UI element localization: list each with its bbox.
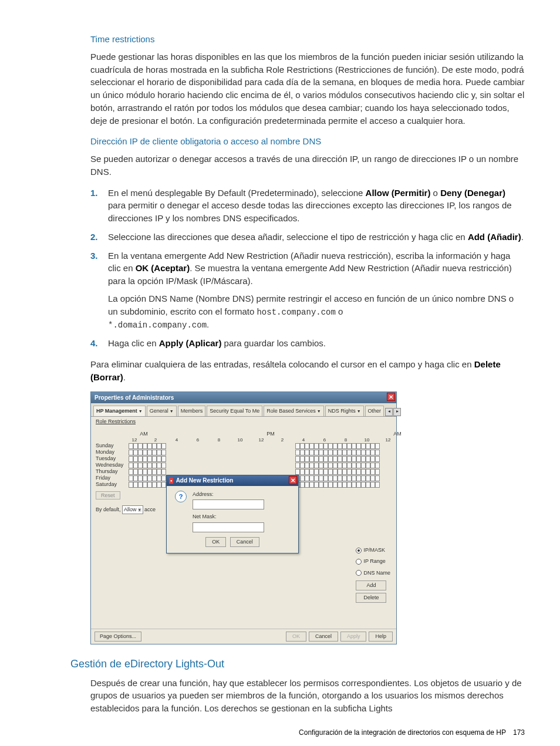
time-cell[interactable] [361, 482, 366, 488]
time-cell[interactable] [147, 469, 152, 475]
time-cell[interactable] [295, 450, 300, 455]
time-cell[interactable] [370, 450, 375, 455]
tab-role-based-services[interactable]: Role Based Services▼ [264, 406, 323, 416]
time-cell[interactable] [375, 469, 380, 475]
time-cell[interactable] [323, 463, 328, 468]
time-cell[interactable] [143, 482, 147, 488]
time-cell[interactable] [347, 475, 352, 481]
time-cell[interactable] [152, 469, 157, 475]
time-cell[interactable] [375, 482, 380, 488]
time-cell[interactable] [157, 450, 161, 455]
subtab-role-restrictions[interactable]: Role Restrictions [91, 417, 396, 429]
time-cell[interactable] [143, 450, 147, 455]
time-cell[interactable] [309, 463, 314, 468]
time-cell[interactable] [342, 443, 347, 449]
time-cell[interactable] [129, 469, 133, 475]
time-cell[interactable] [366, 443, 370, 449]
time-cell[interactable] [143, 475, 147, 481]
time-cell[interactable] [143, 456, 147, 462]
time-cell[interactable] [152, 443, 157, 449]
time-cell[interactable] [352, 450, 356, 455]
time-cell[interactable] [342, 469, 347, 475]
time-cell[interactable] [338, 469, 342, 475]
time-cell[interactable] [161, 450, 166, 455]
time-cell[interactable] [328, 475, 333, 481]
time-cell[interactable] [129, 443, 133, 449]
time-cell[interactable] [366, 450, 370, 455]
dialog-apply-button[interactable]: Apply [340, 632, 367, 642]
time-cell[interactable] [147, 456, 152, 462]
time-cell[interactable] [323, 469, 328, 475]
time-cell[interactable] [347, 463, 352, 468]
tab-members[interactable]: Members [178, 406, 206, 416]
time-cell[interactable] [319, 482, 323, 488]
time-cell[interactable] [338, 450, 342, 455]
time-cell[interactable] [314, 475, 319, 481]
time-cell[interactable] [352, 456, 356, 462]
time-cell[interactable] [333, 482, 338, 488]
time-cell[interactable] [342, 482, 347, 488]
time-cell[interactable] [161, 443, 166, 449]
time-cell[interactable] [129, 463, 133, 468]
time-cell[interactable] [133, 475, 138, 481]
time-cell[interactable] [342, 475, 347, 481]
tab-hp-management[interactable]: HP Management▼ [93, 406, 146, 416]
time-cell[interactable] [295, 469, 300, 475]
time-cell[interactable] [328, 450, 333, 455]
time-cell[interactable] [129, 482, 133, 488]
time-cell[interactable] [323, 456, 328, 462]
time-cell[interactable] [133, 482, 138, 488]
time-cell[interactable] [147, 463, 152, 468]
time-cell[interactable] [133, 450, 138, 455]
time-cell[interactable] [375, 475, 380, 481]
time-cell[interactable] [366, 469, 370, 475]
time-cell[interactable] [333, 475, 338, 481]
time-cell[interactable] [161, 482, 166, 488]
time-cell[interactable] [314, 443, 319, 449]
time-cell[interactable] [143, 469, 147, 475]
time-cell[interactable] [338, 475, 342, 481]
tab-nds-rights[interactable]: NDS Rights▼ [325, 406, 364, 416]
time-cell[interactable] [300, 443, 305, 449]
dialog-help-button[interactable]: Help [369, 632, 393, 642]
time-cell[interactable] [352, 482, 356, 488]
time-cell[interactable] [138, 469, 143, 475]
time-cell[interactable] [129, 450, 133, 455]
time-cell[interactable] [361, 463, 366, 468]
time-cell[interactable] [370, 456, 375, 462]
time-cell[interactable] [370, 482, 375, 488]
time-cell[interactable] [366, 456, 370, 462]
time-cell[interactable] [309, 475, 314, 481]
add-button[interactable]: Add [356, 580, 386, 590]
time-cell[interactable] [375, 450, 380, 455]
time-cell[interactable] [352, 475, 356, 481]
page-options-button[interactable]: Page Options... [95, 632, 141, 642]
time-cell[interactable] [319, 475, 323, 481]
time-cell[interactable] [314, 463, 319, 468]
time-cell[interactable] [370, 469, 375, 475]
time-cell[interactable] [323, 450, 328, 455]
time-cell[interactable] [347, 443, 352, 449]
time-cell[interactable] [338, 443, 342, 449]
time-cell[interactable] [370, 475, 375, 481]
time-cell[interactable] [323, 482, 328, 488]
time-cell[interactable] [157, 463, 161, 468]
time-cell[interactable] [370, 443, 375, 449]
time-cell[interactable] [352, 469, 356, 475]
time-cell[interactable] [319, 469, 323, 475]
time-cell[interactable] [375, 456, 380, 462]
time-cell[interactable] [305, 456, 309, 462]
time-cell[interactable] [314, 469, 319, 475]
dialog-cancel-button[interactable]: Cancel [309, 632, 338, 642]
time-cell[interactable] [138, 443, 143, 449]
time-cell[interactable] [157, 456, 161, 462]
time-cell[interactable] [133, 463, 138, 468]
time-cell[interactable] [152, 450, 157, 455]
time-cell[interactable] [314, 450, 319, 455]
time-cell[interactable] [309, 443, 314, 449]
time-cell[interactable] [333, 443, 338, 449]
radio-iprange[interactable]: IP Range [356, 558, 390, 565]
time-cell[interactable] [138, 450, 143, 455]
time-cell[interactable] [305, 469, 309, 475]
time-cell[interactable] [305, 463, 309, 468]
